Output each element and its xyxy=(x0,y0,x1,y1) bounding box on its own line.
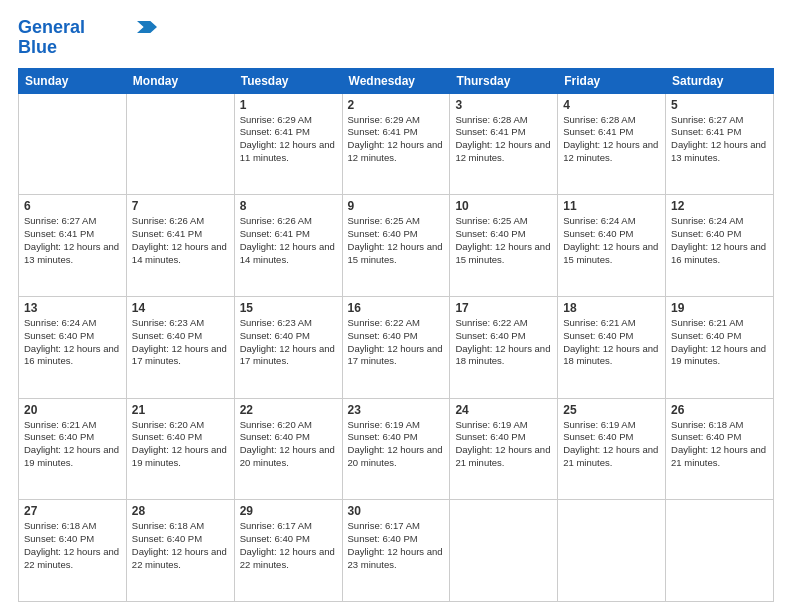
day-info: Sunrise: 6:18 AM Sunset: 6:40 PM Dayligh… xyxy=(24,520,121,571)
svg-marker-0 xyxy=(137,21,157,33)
calendar-cell: 13Sunrise: 6:24 AM Sunset: 6:40 PM Dayli… xyxy=(19,296,127,398)
day-info: Sunrise: 6:28 AM Sunset: 6:41 PM Dayligh… xyxy=(563,114,660,165)
day-number: 3 xyxy=(455,98,552,112)
calendar-cell: 21Sunrise: 6:20 AM Sunset: 6:40 PM Dayli… xyxy=(126,398,234,500)
day-number: 30 xyxy=(348,504,445,518)
day-info: Sunrise: 6:20 AM Sunset: 6:40 PM Dayligh… xyxy=(240,419,337,470)
page: General Blue SundayMondayTuesdayWednesda… xyxy=(0,0,792,612)
calendar-week-row: 1Sunrise: 6:29 AM Sunset: 6:41 PM Daylig… xyxy=(19,93,774,195)
day-number: 9 xyxy=(348,199,445,213)
day-info: Sunrise: 6:21 AM Sunset: 6:40 PM Dayligh… xyxy=(24,419,121,470)
calendar-cell xyxy=(666,500,774,602)
calendar-cell: 1Sunrise: 6:29 AM Sunset: 6:41 PM Daylig… xyxy=(234,93,342,195)
day-number: 2 xyxy=(348,98,445,112)
calendar-header-friday: Friday xyxy=(558,68,666,93)
calendar-cell: 8Sunrise: 6:26 AM Sunset: 6:41 PM Daylig… xyxy=(234,195,342,297)
calendar-header-tuesday: Tuesday xyxy=(234,68,342,93)
day-number: 21 xyxy=(132,403,229,417)
day-info: Sunrise: 6:18 AM Sunset: 6:40 PM Dayligh… xyxy=(671,419,768,470)
day-info: Sunrise: 6:24 AM Sunset: 6:40 PM Dayligh… xyxy=(671,215,768,266)
calendar-cell: 20Sunrise: 6:21 AM Sunset: 6:40 PM Dayli… xyxy=(19,398,127,500)
day-info: Sunrise: 6:22 AM Sunset: 6:40 PM Dayligh… xyxy=(348,317,445,368)
calendar-cell: 16Sunrise: 6:22 AM Sunset: 6:40 PM Dayli… xyxy=(342,296,450,398)
calendar-cell: 28Sunrise: 6:18 AM Sunset: 6:40 PM Dayli… xyxy=(126,500,234,602)
day-number: 20 xyxy=(24,403,121,417)
day-info: Sunrise: 6:27 AM Sunset: 6:41 PM Dayligh… xyxy=(671,114,768,165)
calendar-cell xyxy=(19,93,127,195)
day-number: 22 xyxy=(240,403,337,417)
calendar-cell: 25Sunrise: 6:19 AM Sunset: 6:40 PM Dayli… xyxy=(558,398,666,500)
day-info: Sunrise: 6:29 AM Sunset: 6:41 PM Dayligh… xyxy=(348,114,445,165)
calendar-cell: 19Sunrise: 6:21 AM Sunset: 6:40 PM Dayli… xyxy=(666,296,774,398)
calendar-cell: 6Sunrise: 6:27 AM Sunset: 6:41 PM Daylig… xyxy=(19,195,127,297)
calendar-cell: 12Sunrise: 6:24 AM Sunset: 6:40 PM Dayli… xyxy=(666,195,774,297)
calendar-cell: 11Sunrise: 6:24 AM Sunset: 6:40 PM Dayli… xyxy=(558,195,666,297)
calendar-cell xyxy=(126,93,234,195)
logo-general: General xyxy=(18,17,85,37)
calendar-header-wednesday: Wednesday xyxy=(342,68,450,93)
calendar-cell: 4Sunrise: 6:28 AM Sunset: 6:41 PM Daylig… xyxy=(558,93,666,195)
day-info: Sunrise: 6:22 AM Sunset: 6:40 PM Dayligh… xyxy=(455,317,552,368)
calendar-cell: 29Sunrise: 6:17 AM Sunset: 6:40 PM Dayli… xyxy=(234,500,342,602)
day-info: Sunrise: 6:20 AM Sunset: 6:40 PM Dayligh… xyxy=(132,419,229,470)
day-number: 15 xyxy=(240,301,337,315)
day-info: Sunrise: 6:18 AM Sunset: 6:40 PM Dayligh… xyxy=(132,520,229,571)
day-number: 1 xyxy=(240,98,337,112)
day-info: Sunrise: 6:23 AM Sunset: 6:40 PM Dayligh… xyxy=(240,317,337,368)
calendar-cell: 22Sunrise: 6:20 AM Sunset: 6:40 PM Dayli… xyxy=(234,398,342,500)
day-info: Sunrise: 6:26 AM Sunset: 6:41 PM Dayligh… xyxy=(132,215,229,266)
calendar-week-row: 13Sunrise: 6:24 AM Sunset: 6:40 PM Dayli… xyxy=(19,296,774,398)
calendar-header-thursday: Thursday xyxy=(450,68,558,93)
calendar-cell: 14Sunrise: 6:23 AM Sunset: 6:40 PM Dayli… xyxy=(126,296,234,398)
day-info: Sunrise: 6:24 AM Sunset: 6:40 PM Dayligh… xyxy=(563,215,660,266)
day-number: 16 xyxy=(348,301,445,315)
day-info: Sunrise: 6:26 AM Sunset: 6:41 PM Dayligh… xyxy=(240,215,337,266)
day-info: Sunrise: 6:21 AM Sunset: 6:40 PM Dayligh… xyxy=(671,317,768,368)
day-number: 25 xyxy=(563,403,660,417)
day-info: Sunrise: 6:25 AM Sunset: 6:40 PM Dayligh… xyxy=(348,215,445,266)
day-number: 19 xyxy=(671,301,768,315)
calendar-header-row: SundayMondayTuesdayWednesdayThursdayFrid… xyxy=(19,68,774,93)
calendar-cell: 18Sunrise: 6:21 AM Sunset: 6:40 PM Dayli… xyxy=(558,296,666,398)
day-number: 17 xyxy=(455,301,552,315)
calendar-cell: 27Sunrise: 6:18 AM Sunset: 6:40 PM Dayli… xyxy=(19,500,127,602)
calendar-header-monday: Monday xyxy=(126,68,234,93)
day-info: Sunrise: 6:19 AM Sunset: 6:40 PM Dayligh… xyxy=(455,419,552,470)
day-number: 5 xyxy=(671,98,768,112)
day-number: 28 xyxy=(132,504,229,518)
logo-icon xyxy=(137,21,157,33)
calendar-header-sunday: Sunday xyxy=(19,68,127,93)
day-info: Sunrise: 6:27 AM Sunset: 6:41 PM Dayligh… xyxy=(24,215,121,266)
day-number: 8 xyxy=(240,199,337,213)
day-info: Sunrise: 6:28 AM Sunset: 6:41 PM Dayligh… xyxy=(455,114,552,165)
calendar-cell: 5Sunrise: 6:27 AM Sunset: 6:41 PM Daylig… xyxy=(666,93,774,195)
calendar-cell xyxy=(558,500,666,602)
calendar-cell: 23Sunrise: 6:19 AM Sunset: 6:40 PM Dayli… xyxy=(342,398,450,500)
calendar-cell: 2Sunrise: 6:29 AM Sunset: 6:41 PM Daylig… xyxy=(342,93,450,195)
calendar-table: SundayMondayTuesdayWednesdayThursdayFrid… xyxy=(18,68,774,602)
day-number: 12 xyxy=(671,199,768,213)
calendar-cell: 24Sunrise: 6:19 AM Sunset: 6:40 PM Dayli… xyxy=(450,398,558,500)
calendar-cell: 9Sunrise: 6:25 AM Sunset: 6:40 PM Daylig… xyxy=(342,195,450,297)
calendar-cell xyxy=(450,500,558,602)
day-number: 24 xyxy=(455,403,552,417)
calendar-week-row: 20Sunrise: 6:21 AM Sunset: 6:40 PM Dayli… xyxy=(19,398,774,500)
header: General Blue xyxy=(18,18,774,58)
calendar-week-row: 6Sunrise: 6:27 AM Sunset: 6:41 PM Daylig… xyxy=(19,195,774,297)
day-number: 18 xyxy=(563,301,660,315)
day-number: 23 xyxy=(348,403,445,417)
calendar-week-row: 27Sunrise: 6:18 AM Sunset: 6:40 PM Dayli… xyxy=(19,500,774,602)
day-info: Sunrise: 6:23 AM Sunset: 6:40 PM Dayligh… xyxy=(132,317,229,368)
calendar-cell: 26Sunrise: 6:18 AM Sunset: 6:40 PM Dayli… xyxy=(666,398,774,500)
calendar-cell: 17Sunrise: 6:22 AM Sunset: 6:40 PM Dayli… xyxy=(450,296,558,398)
calendar-cell: 15Sunrise: 6:23 AM Sunset: 6:40 PM Dayli… xyxy=(234,296,342,398)
day-number: 26 xyxy=(671,403,768,417)
day-info: Sunrise: 6:25 AM Sunset: 6:40 PM Dayligh… xyxy=(455,215,552,266)
day-number: 4 xyxy=(563,98,660,112)
calendar-header-saturday: Saturday xyxy=(666,68,774,93)
day-number: 27 xyxy=(24,504,121,518)
day-number: 14 xyxy=(132,301,229,315)
day-info: Sunrise: 6:19 AM Sunset: 6:40 PM Dayligh… xyxy=(348,419,445,470)
calendar-cell: 7Sunrise: 6:26 AM Sunset: 6:41 PM Daylig… xyxy=(126,195,234,297)
day-info: Sunrise: 6:29 AM Sunset: 6:41 PM Dayligh… xyxy=(240,114,337,165)
